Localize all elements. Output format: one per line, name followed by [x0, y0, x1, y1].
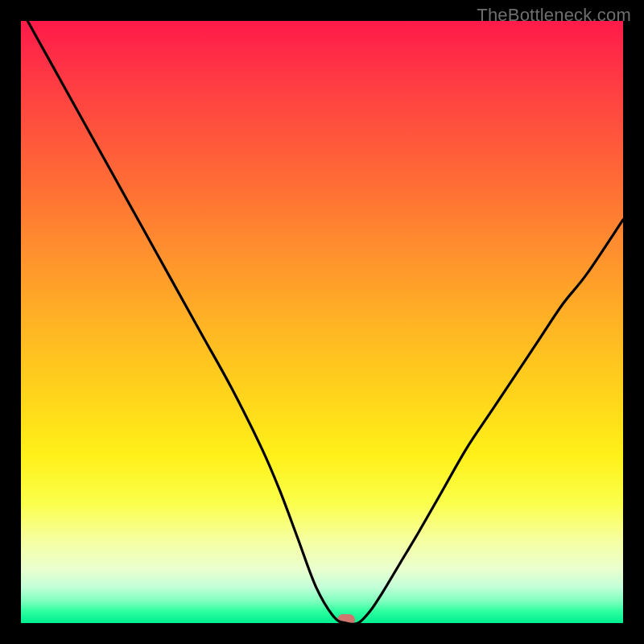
chart-frame: TheBottleneck.com — [0, 0, 644, 644]
bottleneck-curve — [21, 21, 623, 623]
plot-area — [21, 21, 623, 623]
